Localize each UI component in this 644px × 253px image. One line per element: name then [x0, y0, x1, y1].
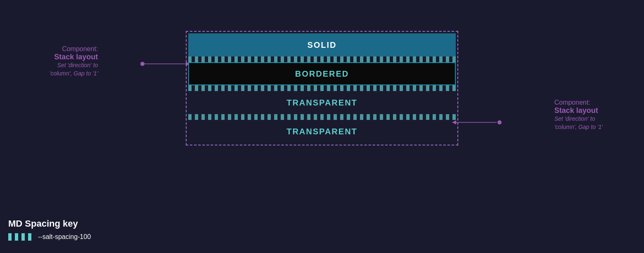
right-arrow [452, 118, 502, 126]
band-solid-label: SOLID [307, 40, 336, 50]
gap-row-1 [188, 56, 456, 62]
band-transparent-1: TRANSPARENT [188, 91, 456, 114]
main-container: Component: Stack layout Set 'direction' … [0, 0, 644, 253]
band-bordered-label: BORDERED [295, 69, 349, 79]
spacing-legend: --salt-spacing-100 [8, 233, 91, 241]
bottom-section: MD Spacing key --salt-spacing-100 [8, 218, 91, 241]
band-transparent-2-label: TRANSPARENT [286, 127, 358, 136]
band-bordered: BORDERED [188, 62, 456, 85]
right-annotation-component-label: Component: [554, 99, 603, 106]
band-transparent-2: TRANSPARENT [188, 120, 456, 143]
spacing-key-title: MD Spacing key [8, 218, 91, 229]
annotation-left: Component: Stack layout Set 'direction' … [50, 45, 98, 77]
left-annotation-title: Stack layout [50, 53, 98, 61]
gap-row-3 [188, 114, 456, 120]
band-solid: SOLID [188, 33, 456, 56]
spacing-label: --salt-spacing-100 [38, 233, 91, 241]
gap-row-2 [188, 85, 456, 91]
left-annotation-component-label: Component: [50, 45, 98, 53]
annotation-right: Component: Stack layout Set 'direction' … [554, 99, 603, 131]
stack-layout-outer: SOLID BORDERED TRANSPARENT TRANSPARENT [186, 31, 458, 145]
left-arrow [142, 60, 192, 68]
right-annotation-title: Stack layout [554, 106, 603, 115]
left-annotation-subtitle: Set 'direction' to 'column', Gap to '1' [50, 61, 98, 77]
right-annotation-subtitle: Set 'direction' to 'column', Gap to '1' [554, 115, 603, 131]
svg-marker-5 [452, 120, 456, 124]
svg-point-2 [140, 62, 144, 66]
band-transparent-1-label: TRANSPARENT [286, 98, 358, 108]
svg-point-3 [497, 120, 502, 124]
spacing-swatch [8, 233, 33, 241]
